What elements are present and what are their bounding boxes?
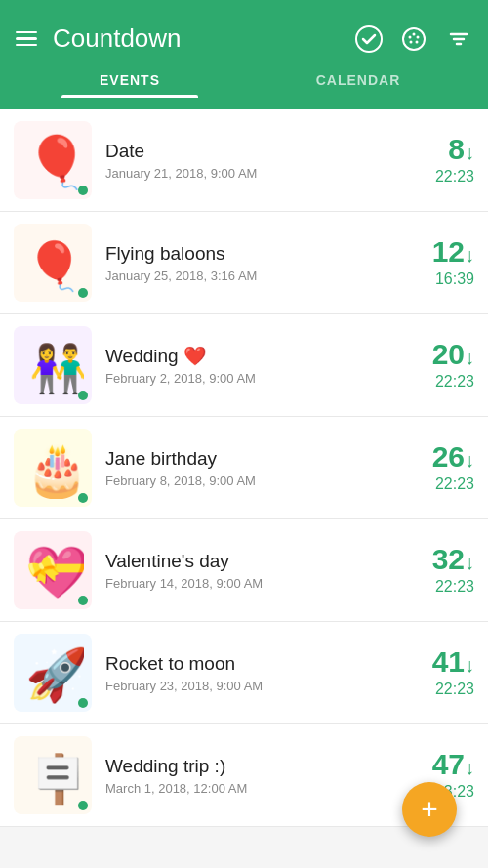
events-list: 🎈 Date January 21, 2018, 9:00 AM 8↓ 22:2… xyxy=(0,109,488,827)
event-info: Wedding ❤️ February 2, 2018, 9:00 AM xyxy=(105,345,406,386)
event-thumb: 💝 xyxy=(14,531,92,609)
event-countdown: 32↓ 22:23 xyxy=(406,545,474,596)
list-item[interactable]: 👫 Wedding ❤️ February 2, 2018, 9:00 AM 2… xyxy=(0,314,488,417)
event-name: Flying baloons xyxy=(105,243,406,265)
event-dot xyxy=(78,801,88,810)
event-days: 8↓ xyxy=(448,135,474,164)
svg-text:👫: 👫 xyxy=(29,341,84,396)
event-date: February 8, 2018, 9:00 AM xyxy=(105,474,406,488)
event-days: 41↓ xyxy=(432,647,474,677)
event-countdown: 8↓ 22:23 xyxy=(406,135,474,186)
event-thumb: 🎈 xyxy=(14,224,92,302)
event-dot xyxy=(78,186,88,195)
tabs: EVENTS CALENDAR xyxy=(16,62,472,98)
svg-text:🎈: 🎈 xyxy=(25,238,84,294)
event-name: Date xyxy=(105,141,406,162)
event-thumb: 🚀 xyxy=(14,634,92,712)
header-icons xyxy=(355,25,472,53)
header-top: Countdown xyxy=(16,12,472,62)
list-item[interactable]: 🎈 Flying baloons January 25, 2018, 3:16 … xyxy=(0,212,488,314)
event-dot xyxy=(78,596,88,605)
event-dot xyxy=(78,698,88,708)
event-countdown: 26↓ 22:23 xyxy=(406,442,474,493)
event-dot xyxy=(78,391,88,400)
event-name: Wedding ❤️ xyxy=(105,345,406,367)
svg-text:🎂: 🎂 xyxy=(25,439,84,499)
event-name: Wedding trip :) xyxy=(105,756,406,777)
event-dot xyxy=(78,288,88,298)
event-time: 22:23 xyxy=(435,168,474,186)
event-days: 47↓ xyxy=(432,750,474,779)
event-dot xyxy=(78,493,88,503)
event-info: Flying baloons January 25, 2018, 3:16 AM xyxy=(105,243,406,283)
event-date: February 23, 2018, 9:00 AM xyxy=(105,679,406,693)
app-title: Countdown xyxy=(53,23,355,54)
event-days: 20↓ xyxy=(432,340,474,369)
event-thumb: 🪧 xyxy=(14,736,92,814)
menu-icon[interactable] xyxy=(16,31,37,47)
event-days: 12↓ xyxy=(432,237,474,267)
tab-calendar[interactable]: CALENDAR xyxy=(244,62,472,98)
event-thumb: 👫 xyxy=(14,326,92,404)
event-time: 22:23 xyxy=(435,578,474,596)
event-info: Jane birthday February 8, 2018, 9:00 AM xyxy=(105,448,406,488)
event-time: 16:39 xyxy=(435,270,474,288)
list-item[interactable]: 🚀 Rocket to moon February 23, 2018, 9:00… xyxy=(0,622,488,724)
event-date: March 1, 2018, 12:00 AM xyxy=(105,781,406,796)
event-days: 32↓ xyxy=(432,545,474,574)
event-name: Valentine's day xyxy=(105,551,406,572)
event-days: 26↓ xyxy=(432,442,474,472)
svg-text:💝: 💝 xyxy=(25,542,84,601)
list-item[interactable]: 🎈 Date January 21, 2018, 9:00 AM 8↓ 22:2… xyxy=(0,109,488,212)
event-name: Rocket to moon xyxy=(105,653,406,675)
event-date: January 21, 2018, 9:00 AM xyxy=(105,166,406,181)
list-item[interactable]: 🎂 Jane birthday February 8, 2018, 9:00 A… xyxy=(0,417,488,519)
fab-add-event[interactable]: + xyxy=(402,782,457,837)
done-icon[interactable] xyxy=(355,25,383,53)
event-thumb: 🎈 xyxy=(14,121,92,199)
tab-events[interactable]: EVENTS xyxy=(16,62,244,98)
svg-point-4 xyxy=(417,35,420,38)
event-info: Wedding trip :) March 1, 2018, 12:00 AM xyxy=(105,756,406,796)
event-info: Rocket to moon February 23, 2018, 9:00 A… xyxy=(105,653,406,693)
filter-icon[interactable] xyxy=(445,25,472,53)
event-date: January 25, 2018, 3:16 AM xyxy=(105,269,406,283)
svg-point-0 xyxy=(356,26,382,52)
svg-point-1 xyxy=(403,28,425,50)
svg-text:🎈: 🎈 xyxy=(25,132,84,191)
event-thumb: 🎂 xyxy=(14,429,92,507)
event-countdown: 20↓ 22:23 xyxy=(406,340,474,391)
event-time: 22:23 xyxy=(435,681,474,698)
svg-point-3 xyxy=(413,32,416,35)
event-time: 22:23 xyxy=(435,475,474,493)
event-info: Valentine's day February 14, 2018, 9:00 … xyxy=(105,551,406,591)
event-info: Date January 21, 2018, 9:00 AM xyxy=(105,141,406,181)
svg-point-5 xyxy=(416,40,419,43)
event-date: February 2, 2018, 9:00 AM xyxy=(105,371,406,386)
header: Countdown xyxy=(0,0,488,109)
svg-point-6 xyxy=(410,40,413,43)
event-name: Jane birthday xyxy=(105,448,406,470)
svg-text:🚀: 🚀 xyxy=(25,644,84,704)
event-countdown: 12↓ 16:39 xyxy=(406,237,474,288)
svg-point-2 xyxy=(409,35,412,38)
event-date: February 14, 2018, 9:00 AM xyxy=(105,576,406,591)
event-time: 22:23 xyxy=(435,373,474,391)
event-countdown: 41↓ 22:23 xyxy=(406,647,474,698)
list-item[interactable]: 💝 Valentine's day February 14, 2018, 9:0… xyxy=(0,519,488,622)
svg-text:🪧: 🪧 xyxy=(29,751,84,806)
palette-icon[interactable] xyxy=(400,25,427,53)
